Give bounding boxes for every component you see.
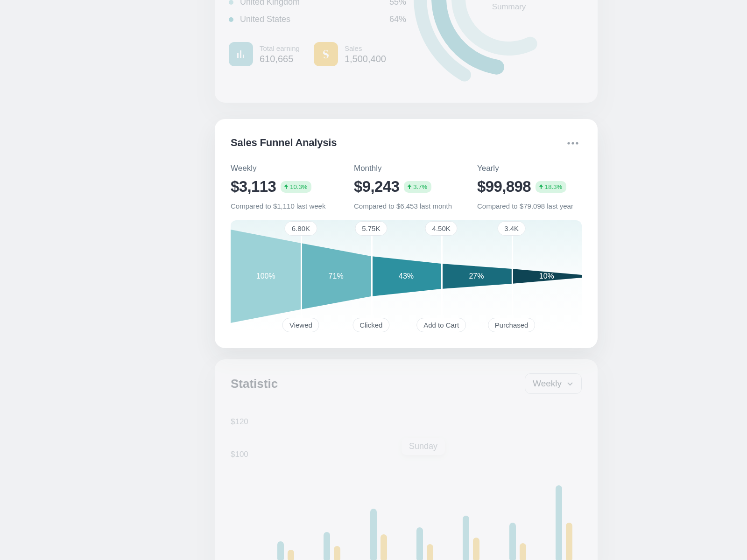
svg-point-4 (571, 142, 574, 144)
metric-period: Weekly (231, 164, 335, 173)
metric-amount: $99,898 (477, 178, 531, 196)
arrow-up-icon (407, 184, 412, 189)
metric-amount: $3,113 (231, 178, 276, 196)
delta-badge: 10.3% (281, 181, 311, 193)
funnel-title: Sales Funnel Analysis (231, 137, 337, 149)
metric-compare: Compared to $1,110 last week (231, 202, 335, 210)
legend-label: United Kingdom (240, 0, 389, 7)
delta-value: 10.3% (290, 183, 307, 190)
funnel-divider (441, 224, 443, 329)
summary-number: 20.000 (485, 0, 533, 0)
legend-value: 55% (389, 0, 406, 7)
delta-badge: 18.3% (536, 181, 566, 193)
metric-amount: $9,243 (354, 178, 399, 196)
funnel-pct: 27% (469, 272, 484, 280)
funnel-name: Add to Cart (416, 318, 466, 332)
legend-value: 64% (389, 14, 406, 24)
funnel-count: 4.50K (425, 221, 458, 236)
summary-label: Summary (485, 2, 533, 12)
funnel-count: 5.75K (355, 221, 387, 236)
total-earning-value: 610,665 (260, 54, 300, 64)
arrow-up-icon (284, 184, 289, 189)
funnel-name: Purchased (488, 318, 536, 332)
chevron-down-icon (566, 380, 574, 387)
funnel-name: Viewed (282, 318, 319, 332)
summary-radial-chart: 20.000 Summary (406, 0, 612, 101)
metric-period: Yearly (477, 164, 582, 173)
summary-card: United Kingdom 55% United States 64% Tot… (215, 0, 598, 103)
funnel-count: 3.4K (497, 221, 526, 236)
delta-badge: 3.7% (404, 181, 431, 193)
period-dropdown[interactable]: Weekly (525, 373, 582, 394)
funnel-pct: 43% (399, 272, 414, 280)
total-sales-label: Sales (345, 44, 386, 52)
statistic-title: Statistic (231, 377, 278, 391)
funnel-count: 6.80K (285, 221, 317, 236)
funnel-divider (371, 224, 373, 329)
legend-row: United Kingdom 55% (229, 0, 406, 11)
statistic-bars (271, 439, 579, 560)
legend-label: United States (240, 14, 389, 24)
legend-row: United States 64% (229, 11, 406, 28)
metric-monthly: Monthly $9,243 3.7% Compared to $6,453 l… (354, 164, 458, 210)
more-button[interactable] (564, 136, 582, 150)
dollar-icon (314, 42, 338, 66)
total-sales-value: 1,500,400 (345, 54, 386, 64)
arrow-up-icon (539, 184, 543, 189)
funnel-pct: 71% (329, 272, 344, 280)
metric-compare: Compared to $6,453 last month (354, 202, 458, 210)
funnel-divider (301, 224, 302, 329)
funnel-pct: 100% (256, 272, 275, 280)
statistic-card: Statistic Weekly $120 $100 Sunday (215, 359, 598, 560)
metric-period: Monthly (354, 164, 458, 173)
delta-value: 3.7% (413, 183, 427, 190)
funnel-chart: 6.80K 5.75K 4.50K 3.4K Viewed Clicked Ad… (231, 220, 582, 332)
funnel-divider (512, 224, 513, 329)
svg-point-5 (576, 142, 578, 144)
y-tick: $120 (231, 417, 582, 427)
legend-dot (229, 0, 233, 5)
delta-value: 18.3% (545, 183, 562, 190)
metric-compare: Compared to $79.098 last year (477, 202, 582, 210)
funnel-name: Clicked (352, 318, 389, 332)
metric-weekly: Weekly $3,113 10.3% Compared to $1,110 l… (231, 164, 335, 210)
funnel-card: Sales Funnel Analysis Weekly $3,113 10.3… (215, 119, 598, 348)
more-horizontal-icon (567, 141, 579, 145)
bar-chart-icon (229, 42, 253, 66)
legend-dot (229, 17, 233, 22)
metric-yearly: Yearly $99,898 18.3% Compared to $79.098… (477, 164, 582, 210)
funnel-pct: 10% (539, 272, 554, 280)
total-earning: Total earning 610,665 (229, 42, 300, 66)
svg-point-3 (567, 142, 570, 144)
total-earning-label: Total earning (260, 44, 300, 52)
total-sales: Sales 1,500,400 (314, 42, 386, 66)
dropdown-label: Weekly (533, 378, 562, 389)
